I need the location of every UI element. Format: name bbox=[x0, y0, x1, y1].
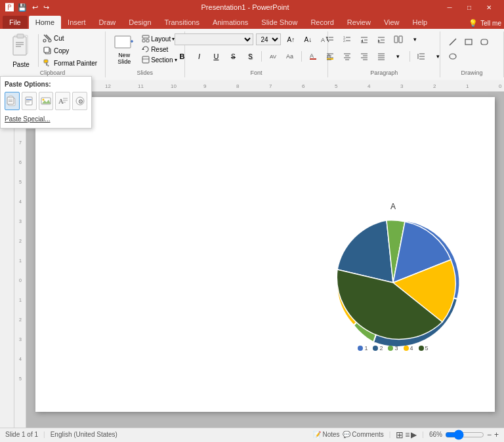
para-chevron1[interactable]: ▾ bbox=[408, 33, 423, 46]
quick-access-save[interactable]: 💾 bbox=[16, 3, 28, 12]
format-painter-button[interactable]: Format Painter bbox=[40, 57, 100, 69]
svg-rect-2 bbox=[17, 34, 24, 38]
tab-home[interactable]: Home bbox=[29, 16, 61, 29]
tab-help[interactable]: Help bbox=[406, 16, 434, 29]
font-row2: B I U S S AV Aa bbox=[172, 49, 340, 64]
paste-option-use-source[interactable] bbox=[5, 92, 20, 110]
svg-text:A: A bbox=[310, 52, 314, 59]
svg-text:1: 1 bbox=[19, 258, 22, 263]
slideshow-view-button[interactable]: ▶ bbox=[411, 430, 417, 439]
font-label: Font bbox=[185, 70, 328, 76]
font-name-selector[interactable] bbox=[175, 33, 253, 45]
outline-view-button[interactable]: ≡ bbox=[405, 430, 410, 439]
font-size-selector[interactable]: 24 bbox=[256, 33, 281, 45]
svg-rect-77 bbox=[9, 101, 12, 102]
legend-dot-1 bbox=[358, 346, 363, 351]
slide-canvas-area[interactable]: A bbox=[26, 92, 504, 428]
italic-button[interactable]: I bbox=[192, 50, 206, 63]
tab-review[interactable]: Review bbox=[341, 16, 377, 29]
svg-rect-21 bbox=[142, 56, 149, 63]
shape-oval[interactable] bbox=[446, 50, 460, 63]
align-center-button[interactable] bbox=[340, 50, 354, 63]
tell-me-label[interactable]: Tell me bbox=[480, 20, 501, 27]
window-title: Presentation1 - PowerPoint bbox=[51, 3, 440, 11]
copy-button[interactable]: Copy bbox=[40, 45, 100, 56]
tab-file[interactable]: File bbox=[3, 16, 28, 29]
decrease-font-button[interactable]: A↓ bbox=[301, 33, 315, 46]
font-color-button[interactable]: A bbox=[306, 50, 320, 63]
paste-button[interactable]: Paste bbox=[5, 31, 37, 70]
svg-text:0: 0 bbox=[499, 83, 502, 89]
paragraph-label: Paragraph bbox=[328, 70, 440, 76]
minimize-button[interactable]: ─ bbox=[440, 0, 459, 14]
para-row1: 1.2. ▾ bbox=[320, 31, 425, 47]
decrease-indent-button[interactable] bbox=[357, 33, 371, 46]
zoom-in-icon[interactable]: + bbox=[494, 430, 499, 439]
quick-access-undo[interactable]: ↩ bbox=[31, 3, 39, 12]
comments-button[interactable]: 💬 Comments bbox=[343, 431, 384, 438]
zoom-out-icon[interactable]: − bbox=[487, 430, 492, 439]
tab-slideshow[interactable]: Slide Show bbox=[255, 16, 304, 29]
zoom-slider[interactable] bbox=[445, 430, 484, 439]
tab-animations[interactable]: Animations bbox=[206, 16, 255, 29]
shapes-area bbox=[446, 35, 498, 63]
char-spacing-button[interactable]: AV bbox=[266, 50, 280, 63]
sep-font2 bbox=[301, 51, 302, 62]
increase-indent-button[interactable] bbox=[374, 33, 388, 46]
font-group: 24 A↑ A↓ A B I U S S bbox=[185, 31, 329, 77]
justify-button[interactable] bbox=[374, 50, 388, 63]
svg-text:12: 12 bbox=[105, 83, 111, 89]
svg-line-69 bbox=[450, 39, 456, 45]
paste-option-smart[interactable]: ⚙ bbox=[72, 92, 87, 110]
para-chevron2[interactable]: ▾ bbox=[391, 50, 406, 63]
align-right-button[interactable] bbox=[357, 50, 371, 63]
line-spacing-button[interactable] bbox=[414, 50, 429, 63]
new-slide-button[interactable]: NewSlide bbox=[111, 32, 137, 66]
paste-option-keep-text[interactable]: A bbox=[55, 92, 70, 110]
tab-view[interactable]: View bbox=[377, 16, 406, 29]
tab-design[interactable]: Design bbox=[122, 16, 158, 29]
shape-rect[interactable] bbox=[461, 35, 476, 49]
svg-point-33 bbox=[327, 39, 328, 41]
svg-text:7: 7 bbox=[269, 83, 272, 89]
ruler-left-svg: 9 8 7 6 5 4 3 2 1 0 1 2 3 4 5 bbox=[14, 92, 26, 428]
numbering-button[interactable]: 1.2. bbox=[340, 33, 354, 46]
normal-view-button[interactable]: ⊞ bbox=[396, 430, 404, 440]
paste-special-button[interactable]: Paste Special... bbox=[5, 114, 87, 124]
tab-draw[interactable]: Draw bbox=[93, 16, 123, 29]
close-button[interactable]: ✕ bbox=[479, 0, 499, 14]
legend-dot-5 bbox=[419, 346, 424, 351]
increase-font-button[interactable]: A↑ bbox=[284, 33, 298, 46]
quick-access-redo[interactable]: ↪ bbox=[42, 3, 51, 12]
paste-options-title: Paste Options: bbox=[5, 81, 87, 88]
cut-button[interactable]: Cut bbox=[40, 32, 100, 44]
legend-dot-2 bbox=[373, 346, 378, 351]
tab-record[interactable]: Record bbox=[304, 16, 340, 29]
format-painter-label: Format Painter bbox=[54, 60, 97, 67]
maximize-button[interactable]: □ bbox=[459, 0, 479, 14]
shadow-button[interactable]: S bbox=[243, 50, 257, 63]
change-case-button[interactable]: Aa bbox=[283, 50, 297, 63]
lightbulb-icon[interactable]: 💡 bbox=[469, 19, 478, 28]
tab-transitions[interactable]: Transitions bbox=[158, 16, 206, 29]
bullets-button[interactable] bbox=[323, 33, 337, 46]
underline-button[interactable]: U bbox=[209, 50, 223, 63]
columns-button[interactable] bbox=[391, 33, 406, 46]
paste-option-picture[interactable] bbox=[39, 92, 54, 110]
legend-item-1: 1 bbox=[358, 345, 368, 352]
sep-para bbox=[410, 51, 410, 62]
legend-item-2: 2 bbox=[373, 345, 383, 352]
paste-option-keep-source[interactable] bbox=[22, 92, 37, 110]
strikethrough-button[interactable]: S bbox=[226, 50, 240, 63]
ruler-svg: 14 13 12 11 10 9 8 7 6 5 4 3 2 1 0 1 2 bbox=[33, 80, 504, 92]
tab-insert[interactable]: Insert bbox=[61, 16, 93, 29]
align-left-button[interactable] bbox=[323, 50, 337, 63]
notes-button[interactable]: 📝 Notes bbox=[313, 431, 340, 438]
shape-line[interactable] bbox=[446, 35, 460, 49]
legend-dot-3 bbox=[388, 346, 393, 351]
svg-text:1: 1 bbox=[19, 298, 22, 302]
shape-roundrect[interactable] bbox=[477, 35, 492, 49]
legend-label-1: 1 bbox=[364, 345, 368, 352]
bold-button[interactable]: B bbox=[175, 50, 189, 63]
paste-icon bbox=[9, 33, 33, 60]
